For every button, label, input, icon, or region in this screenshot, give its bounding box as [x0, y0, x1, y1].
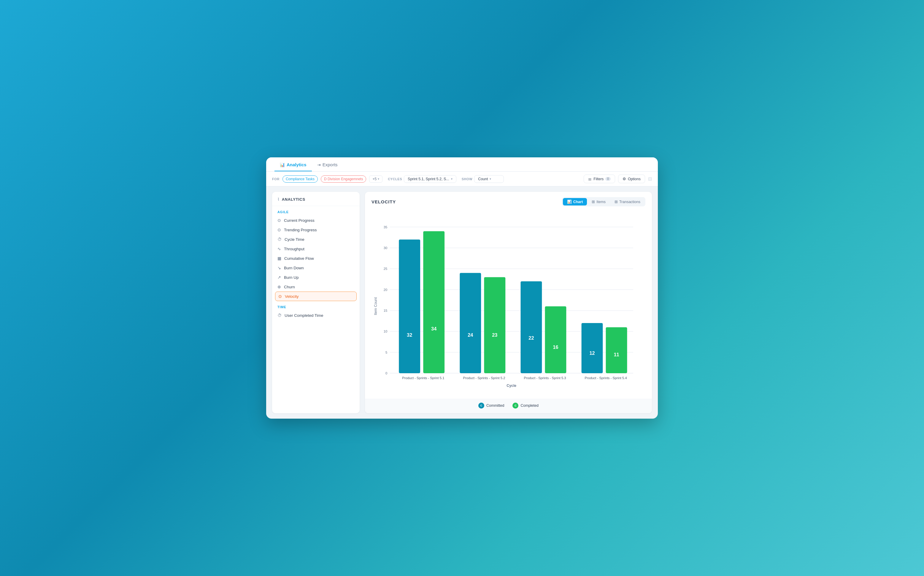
layout-icon[interactable]: ⊟ — [648, 176, 652, 182]
bar-s53-completed — [545, 306, 567, 373]
time-section-label: TIME — [272, 301, 360, 310]
options-label: Options — [628, 177, 641, 181]
svg-text:16: 16 — [553, 344, 558, 350]
bar-s53-committed — [521, 281, 542, 373]
svg-text:35: 35 — [384, 226, 388, 229]
view-tabs: 📊 Chart ⊞ Items ⊞ Transactions — [562, 197, 645, 206]
filter-bar: FOR Compliance Tasks D Division Engagemn… — [266, 171, 658, 186]
svg-text:34: 34 — [431, 326, 437, 331]
items-tab-label: Items — [597, 200, 606, 204]
cumulative-flow-label: Cumulative Flow — [284, 256, 314, 261]
churn-icon: ⊕ — [278, 285, 281, 289]
filter-actions: ⚌ Filters 0 ⚙ Options ⊟ — [584, 174, 652, 183]
filters-icon: ⚌ — [588, 177, 592, 181]
filters-badge: 0 — [605, 177, 611, 181]
analytics-icon: 📊 — [280, 162, 285, 167]
filters-btn[interactable]: ⚌ Filters 0 — [584, 174, 615, 183]
svg-text:11: 11 — [614, 352, 619, 357]
svg-text:Item Count: Item Count — [373, 297, 378, 315]
sidebar-item-user-completed-time[interactable]: ⏱ User Completed Time — [272, 310, 360, 320]
for-label: FOR — [272, 177, 279, 181]
chart-tab-label: Chart — [573, 200, 583, 204]
cycles-filter-group: CYCLES Sprint 5.1, Sprint 5.2, S... ▾ — [388, 175, 456, 183]
sidebar-item-current-progress[interactable]: ⊙ Current Progress — [272, 216, 360, 225]
svg-text:32: 32 — [407, 332, 412, 338]
cycle-time-label: Cycle Time — [284, 237, 305, 242]
more-chevron-icon: ▾ — [378, 177, 379, 181]
sidebar-item-cumulative-flow[interactable]: ▦ Cumulative Flow — [272, 254, 360, 263]
filter-tag-compliance[interactable]: Compliance Tasks — [282, 176, 318, 182]
committed-dot: C — [478, 403, 484, 408]
chart-area: Item Count 35 — [365, 206, 652, 399]
bar-s52-committed — [460, 273, 481, 373]
svg-text:Product - Sprints - Sprint 5.4: Product - Sprints - Sprint 5.4 — [585, 376, 627, 380]
user-completed-time-label: User Completed Time — [284, 313, 324, 318]
throughput-label: Throughput — [284, 247, 305, 251]
sidebar-item-cycle-time[interactable]: ⏱ Cycle Time — [272, 235, 360, 244]
sidebar-item-trending-progress[interactable]: ⊙ Trending Progress — [272, 225, 360, 235]
tab-exports[interactable]: ⇥ Exports — [312, 157, 343, 171]
sidebar-item-velocity[interactable]: ⊙ Velocity — [275, 291, 357, 301]
burn-down-icon: ↘ — [278, 266, 281, 270]
completed-label: Completed — [520, 403, 538, 408]
chart-header: VELOCITY 📊 Chart ⊞ Items ⊞ Transactions — [365, 192, 652, 206]
burn-down-label: Burn Down — [284, 266, 304, 270]
tab-analytics[interactable]: 📊 Analytics — [274, 157, 312, 171]
bar-s54-completed — [606, 327, 627, 373]
sidebar-title: ANALYTICS — [282, 197, 305, 202]
burn-up-icon: ↗ — [278, 275, 281, 280]
view-tab-transactions[interactable]: ⊞ Transactions — [610, 198, 645, 205]
bar-s52-completed — [484, 277, 505, 373]
svg-text:22: 22 — [528, 335, 534, 341]
svg-text:Cycle: Cycle — [506, 384, 516, 388]
svg-text:24: 24 — [468, 332, 473, 338]
options-btn[interactable]: ⚙ Options — [618, 174, 645, 183]
cycles-label: CYCLES — [388, 177, 402, 181]
chart-legend: C Committed C Completed — [365, 399, 652, 413]
filter-tag-division[interactable]: D Division Engagemnets — [321, 176, 366, 182]
show-select[interactable]: Count ▾ — [474, 175, 504, 183]
sidebar-item-churn[interactable]: ⊕ Churn — [272, 282, 360, 291]
svg-text:5: 5 — [385, 350, 387, 354]
throughput-icon: ∿ — [278, 246, 281, 251]
sidebar-item-throughput[interactable]: ∿ Throughput — [272, 244, 360, 254]
svg-text:20: 20 — [384, 288, 388, 291]
items-tab-icon: ⊞ — [592, 200, 595, 204]
main-window: 📊 Analytics ⇥ Exports FOR Compliance Tas… — [266, 157, 658, 419]
velocity-label: Velocity — [285, 294, 299, 299]
legend-completed: C Completed — [512, 403, 538, 408]
svg-text:30: 30 — [384, 246, 388, 250]
svg-text:23: 23 — [492, 332, 497, 338]
chart-tab-icon: 📊 — [567, 200, 572, 204]
sidebar-item-burn-up[interactable]: ↗ Burn Up — [272, 272, 360, 282]
sidebar-header: ⌇ ANALYTICS — [272, 197, 360, 206]
user-completed-time-icon: ⏱ — [278, 313, 282, 318]
tab-exports-label: Exports — [322, 162, 338, 167]
svg-text:0: 0 — [385, 371, 387, 375]
main-content: ⌇ ANALYTICS AGILE ⊙ Current Progress ⊙ T… — [266, 186, 658, 419]
bar-chart-svg: Item Count 35 — [372, 211, 645, 396]
bar-s54-committed — [582, 323, 603, 373]
current-progress-label: Current Progress — [284, 218, 314, 223]
completed-dot: C — [512, 403, 519, 408]
legend-committed: C Committed — [478, 403, 504, 408]
cycles-chevron-icon: ▾ — [451, 177, 453, 181]
svg-text:Product - Sprints - Sprint 5.2: Product - Sprints - Sprint 5.2 — [463, 376, 505, 380]
transactions-tab-label: Transactions — [619, 200, 640, 204]
filters-label: Filters — [594, 177, 603, 181]
view-tab-chart[interactable]: 📊 Chart — [563, 198, 587, 205]
cycles-select[interactable]: Sprint 5.1, Sprint 5.2, S... ▾ — [404, 175, 456, 183]
trending-progress-icon: ⊙ — [278, 227, 281, 232]
svg-text:10: 10 — [384, 330, 388, 333]
exports-icon: ⇥ — [317, 162, 321, 167]
view-tab-items[interactable]: ⊞ Items — [587, 198, 610, 205]
analytics-sidebar-icon: ⌇ — [278, 197, 279, 202]
options-icon: ⚙ — [622, 177, 626, 181]
cumulative-flow-icon: ▦ — [278, 256, 281, 261]
filter-more-btn[interactable]: +5 ▾ — [369, 176, 383, 182]
show-chevron-icon: ▾ — [490, 177, 491, 181]
committed-label: Committed — [486, 403, 504, 408]
transactions-tab-icon: ⊞ — [614, 200, 618, 204]
sidebar-item-burn-down[interactable]: ↘ Burn Down — [272, 263, 360, 272]
svg-text:25: 25 — [384, 267, 388, 270]
